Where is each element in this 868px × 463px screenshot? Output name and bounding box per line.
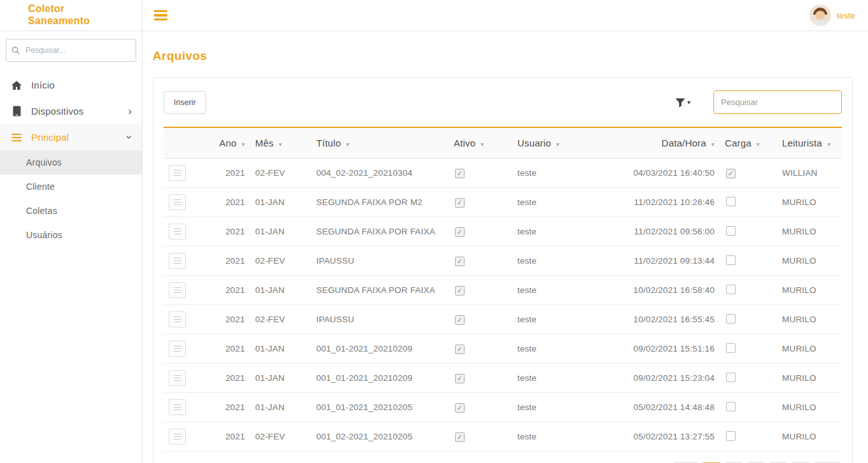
column-header-carga[interactable]: Carga▾ (720, 128, 777, 159)
row-menu-button[interactable] (169, 224, 186, 239)
row-menu-button[interactable] (169, 311, 186, 327)
ativo-checkbox: ✓ (455, 374, 465, 383)
column-header-mes[interactable]: Mês▾ (250, 128, 311, 159)
avatar-image (809, 4, 831, 26)
carga-checkbox (726, 197, 736, 206)
carga-checkbox (726, 343, 736, 353)
sort-caret-icon: ▾ (242, 141, 245, 148)
cell-ativo: ✓ (449, 188, 512, 217)
column-header-ano[interactable]: Ano▾ (200, 128, 250, 159)
table-row: 2021 02-FEV IPAUSSU ✓ teste 11/02/2021 0… (164, 246, 842, 276)
table-row: 2021 01-JAN SEGUNDA FAIXA POR FAIXA ✓ te… (164, 276, 842, 305)
cell-usuario: teste (512, 305, 608, 334)
row-menu-button[interactable] (169, 341, 186, 357)
row-menu-icon (174, 317, 181, 322)
arquivos-card: Inserir ▾ A (153, 77, 853, 463)
cell-ano: 2021 (200, 393, 250, 422)
cell-mes: 01-JAN (250, 276, 311, 305)
ativo-checkbox: ✓ (455, 257, 465, 266)
sort-caret-icon: ▾ (827, 141, 830, 148)
carga-checkbox (726, 373, 736, 382)
cell-data-hora: 09/02/2021 15:51:16 (608, 334, 720, 364)
cell-ativo: ✓ (449, 276, 512, 305)
table-row: 2021 02-FEV 001_02-2021_20210205 ✓ teste… (164, 422, 842, 452)
table-row: 2021 01-JAN 001_01-2021_20210205 ✓ teste… (164, 393, 842, 422)
cell-carga (720, 364, 777, 393)
cell-mes: 02-FEV (250, 305, 311, 334)
cell-leiturista: MURILO (777, 364, 842, 393)
cell-leiturista: MURILO (777, 393, 842, 422)
cell-ativo: ✓ (449, 246, 512, 276)
sidebar-subitem-coletas[interactable]: Coletas (0, 199, 142, 223)
row-menu-button[interactable] (169, 399, 186, 415)
cell-carga (720, 334, 777, 364)
cell-mes: 01-JAN (250, 217, 311, 246)
column-header-data-hora[interactable]: Data/Hora▾ (608, 128, 720, 159)
cell-ano: 2021 (200, 188, 250, 217)
sidebar-subitem-cliente[interactable]: Cliente (0, 175, 142, 199)
cell-leiturista: WILLIAN (777, 159, 842, 188)
row-menu-button[interactable] (169, 165, 186, 181)
sort-caret-icon: ▾ (346, 141, 349, 148)
column-header-ativo[interactable]: Ativo▾ (449, 128, 512, 159)
cell-ano: 2021 (200, 159, 250, 188)
page-title: Arquivos (153, 49, 853, 63)
brand-line-1: Coletor (28, 3, 142, 15)
sidebar-item-dispositivos[interactable]: Dispositivos › (0, 98, 142, 124)
sidebar-item-label: Início (31, 80, 55, 90)
cell-data-hora: 09/02/2021 15:23:04 (608, 364, 720, 393)
row-menu-button[interactable] (169, 253, 186, 269)
cell-leiturista: MURILO (777, 217, 842, 246)
sidebar-item-principal[interactable]: Principal › (0, 124, 142, 150)
cell-ativo: ✓ (449, 217, 512, 246)
cell-mes: 01-JAN (250, 364, 311, 393)
user-avatar[interactable] (809, 4, 831, 26)
sidebar-subitem-arquivos[interactable]: Arquivos (0, 150, 142, 175)
devices-icon (10, 106, 23, 117)
filter-caret-icon: ▾ (687, 97, 690, 108)
column-header-actions (164, 128, 200, 159)
cell-data-hora: 11/02/2021 10:26:46 (608, 188, 720, 217)
cell-titulo: 001_01-2021_20210205 (311, 393, 449, 422)
table-header-row: Ano▾ Mês▾ Título▾ Ativo▾ Usuario▾ Data/H… (164, 128, 842, 159)
column-header-titulo[interactable]: Título▾ (311, 128, 449, 159)
cell-usuario: teste (512, 188, 608, 217)
cell-usuario: teste (512, 364, 608, 393)
main-content: Arquivos Inserir ▾ (143, 31, 868, 463)
cell-ano: 2021 (200, 422, 250, 452)
filter-funnel-icon (675, 98, 685, 108)
user-menu[interactable]: teste (809, 4, 868, 26)
row-menu-button[interactable] (169, 370, 186, 386)
table-search-input[interactable] (713, 90, 842, 114)
column-header-leiturista[interactable]: Leiturista▾ (777, 128, 842, 159)
carga-checkbox (726, 314, 736, 324)
cell-mes: 02-FEV (250, 246, 311, 276)
sidebar-subitem-usuarios[interactable]: Usuários (0, 223, 142, 247)
cell-mes: 01-JAN (250, 393, 311, 422)
row-menu-button[interactable] (169, 194, 186, 210)
menu-toggle-button[interactable] (150, 6, 171, 24)
cell-titulo: IPAUSSU (311, 246, 449, 276)
carga-checkbox: ✓ (726, 169, 736, 178)
sidebar-search-input[interactable] (6, 39, 136, 62)
table-row: 2021 01-JAN SEGUNDA FAIXA POR M2 ✓ teste… (164, 188, 842, 217)
cell-carga (720, 188, 777, 217)
filter-button[interactable]: ▾ (674, 96, 692, 109)
cell-ano: 2021 (200, 276, 250, 305)
cell-ativo: ✓ (449, 364, 512, 393)
row-menu-icon (174, 287, 181, 293)
app-logo: Coletor Saneamento (0, 0, 143, 31)
row-menu-button[interactable] (169, 282, 186, 298)
ativo-checkbox: ✓ (455, 403, 465, 413)
row-menu-button[interactable] (169, 429, 186, 445)
insert-button[interactable]: Inserir (164, 91, 206, 114)
table-row: 2021 02-FEV 004_02-2021_20210304 ✓ teste… (164, 159, 842, 188)
ativo-checkbox: ✓ (455, 198, 465, 208)
cell-usuario: teste (512, 422, 608, 452)
column-header-usuario[interactable]: Usuario▾ (512, 128, 608, 159)
row-menu-icon (174, 258, 181, 264)
sidebar-item-inicio[interactable]: Início (0, 72, 142, 98)
sort-caret-icon: ▾ (757, 141, 760, 148)
sidebar: Início Dispositivos › Principal › Arquiv… (0, 31, 143, 463)
cell-carga (720, 422, 777, 452)
